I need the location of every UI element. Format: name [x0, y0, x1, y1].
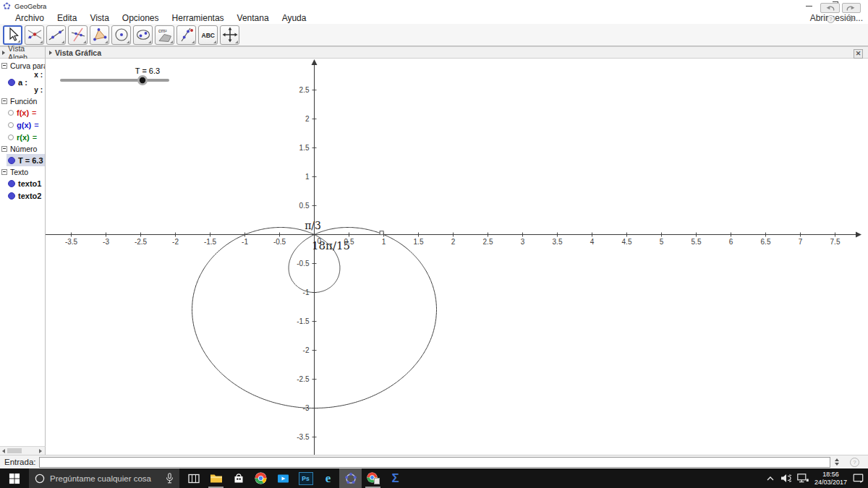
tool-polygon-button[interactable]	[90, 25, 109, 45]
visibility-dot-icon[interactable]	[8, 157, 15, 164]
taskbar-sigma-button[interactable]: Σ	[384, 468, 407, 488]
visibility-dot-icon[interactable]	[8, 180, 15, 187]
taskbar-chrome-button[interactable]	[250, 468, 272, 488]
algebra-item-t63[interactable]: T = 6.3	[0, 154, 45, 166]
taskbar-file-explorer-button[interactable]	[205, 468, 227, 488]
geogebra-window: GeoGebra × ArchivoEditaVistaOpcionesHerr…	[0, 0, 868, 488]
algebra-item-rx[interactable]: r(x)=	[0, 131, 45, 143]
collapse-toggle-icon[interactable]	[1, 169, 7, 175]
tool-text-button[interactable]: ABC	[198, 25, 218, 45]
algebra-item-curve-a[interactable]: x :a :y :	[0, 71, 45, 95]
object-label: texto1	[18, 179, 41, 188]
minimize-icon[interactable]	[804, 1, 813, 10]
y-tick-label: 2	[305, 115, 310, 123]
scroll-left-icon[interactable]	[2, 449, 5, 453]
tool-perpendicular-button[interactable]	[68, 25, 88, 45]
algebra-view-header[interactable]: Vista Algeb	[0, 46, 46, 59]
taskbar-task-view-button[interactable]	[182, 468, 205, 488]
menu-archivo[interactable]: Archivo	[9, 13, 51, 23]
reflect-icon	[179, 27, 195, 43]
input-help-icon[interactable]: ?	[850, 458, 859, 467]
polygon-icon	[92, 27, 108, 43]
network-icon[interactable]	[797, 474, 809, 483]
algebra-group-2[interactable]: Función	[0, 95, 45, 106]
collapse-toggle-icon[interactable]	[1, 63, 7, 69]
microphone-icon[interactable]	[166, 473, 174, 484]
menu-vista[interactable]: Vista	[83, 13, 115, 23]
chrome-icon	[255, 472, 267, 484]
chevron-up-icon[interactable]	[766, 475, 775, 482]
algebra-item-texto2[interactable]: texto2	[0, 189, 45, 202]
taskbar: Pregúntame cualquier cosa PseΣ 18:56 24/…	[0, 468, 868, 488]
speaker-icon[interactable]	[780, 474, 791, 483]
input-history-spinner-icon[interactable]	[834, 458, 841, 466]
graphics-canvas[interactable]: -3.5-3-2.5-2-1.5-1-0.50.511.522.533.544.…	[46, 59, 864, 455]
taskbar-photoshop-button[interactable]: Ps	[294, 468, 317, 488]
gear-icon[interactable]	[848, 15, 854, 22]
graphics-view-header[interactable]: Vista Gráfica ✕	[46, 46, 868, 59]
visibility-circle-icon[interactable]	[8, 134, 14, 140]
algebra-item-gx[interactable]: g(x)=	[0, 119, 45, 131]
menu-opciones[interactable]: Opciones	[116, 13, 166, 23]
taskbar-internet-explorer-button[interactable]: e	[317, 468, 339, 488]
x-axis-arrow-icon	[856, 232, 861, 238]
taskbar-movies-tv-button[interactable]	[272, 468, 294, 488]
tool-move-button[interactable]	[3, 25, 22, 45]
tool-point-button[interactable]	[25, 25, 44, 45]
tool-move-view-button[interactable]	[220, 25, 239, 45]
algebra-item-texto1[interactable]: texto1	[0, 177, 45, 189]
taskbar-store-button[interactable]	[227, 468, 250, 488]
text-label-1[interactable]: π/3	[305, 220, 321, 231]
x-tick-label: 4	[590, 238, 595, 246]
taskbar-geogebra-button[interactable]	[339, 468, 362, 488]
menu-edita[interactable]: Edita	[51, 13, 83, 23]
y-tick-label: -2.5	[297, 375, 310, 383]
menu-ayuda[interactable]: Ayuda	[276, 13, 313, 23]
tool-ellipse-button[interactable]	[133, 25, 153, 45]
clock[interactable]: 18:56 24/03/2017	[814, 471, 847, 486]
tool-line-button[interactable]	[46, 25, 66, 45]
point-marker[interactable]	[380, 231, 383, 235]
undo-icon	[825, 5, 835, 12]
y-tick-label: -1.5	[297, 317, 310, 325]
tool-reflect-button[interactable]	[176, 25, 196, 45]
chevron-right-icon	[2, 51, 5, 55]
algebra-group-0[interactable]: Curva para	[0, 60, 45, 71]
graphics-view[interactable]: -3.5-3-2.5-2-1.5-1-0.50.511.522.533.544.…	[46, 59, 864, 455]
scrollbar-thumb[interactable]	[7, 448, 22, 453]
redo-icon	[846, 5, 856, 12]
menu-ventana[interactable]: Ventana	[231, 13, 276, 23]
menu-herramientas[interactable]: Herramientas	[166, 13, 231, 23]
visibility-dot-icon[interactable]	[8, 79, 15, 86]
visibility-circle-icon[interactable]	[8, 122, 14, 128]
tool-angle-measure-button[interactable]: cm²	[155, 25, 174, 45]
visibility-dot-icon[interactable]	[8, 192, 15, 200]
close-view-icon[interactable]: ✕	[854, 49, 863, 59]
y-tick-label: 1.5	[299, 144, 310, 152]
object-label: texto2	[18, 192, 41, 200]
algebra-item-fx[interactable]: f(x)=	[0, 106, 45, 119]
y-tick-label: -1	[303, 288, 310, 296]
y-tick-label: -3.5	[297, 433, 310, 441]
group-label: Número	[10, 145, 37, 153]
collapse-toggle-icon[interactable]	[1, 98, 7, 104]
command-input[interactable]	[39, 457, 830, 468]
help-icon[interactable]: ?	[827, 15, 835, 23]
slider-knob-T[interactable]	[140, 77, 145, 83]
text-label-2[interactable]: 18π/15	[312, 239, 350, 252]
undo-button[interactable]	[820, 3, 840, 13]
scroll-right-icon[interactable]	[39, 449, 42, 453]
visibility-circle-icon[interactable]	[8, 110, 14, 116]
redo-button[interactable]	[842, 3, 861, 13]
algebra-group-6[interactable]: Número	[0, 143, 45, 154]
algebra-group-8[interactable]: Texto	[0, 166, 45, 177]
start-button[interactable]	[0, 468, 29, 488]
search-placeholder: Pregúntame cualquier cosa	[50, 474, 151, 483]
tool-circle-button[interactable]	[111, 25, 131, 45]
taskbar-chrome-app-button[interactable]	[362, 468, 384, 488]
algebra-horizontal-scrollbar[interactable]	[0, 446, 46, 455]
title-bar: GeoGebra ×	[0, 0, 868, 12]
action-center-icon[interactable]	[853, 473, 864, 484]
cortana-search-box[interactable]: Pregúntame cualquier cosa	[29, 468, 179, 488]
collapse-toggle-icon[interactable]	[1, 146, 7, 152]
